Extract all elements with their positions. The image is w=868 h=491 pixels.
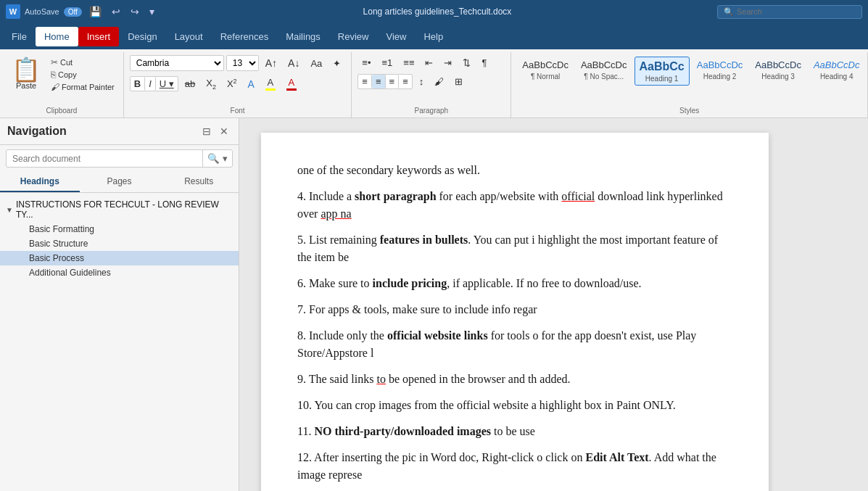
paragraph-content: ≡• ≡1 ≡≡ ⇤ ⇥ ⇅ ¶ ≡ ≡ ≡ ≡ ↕ 🖌 ⊞ — [357, 55, 491, 104]
nav-search-input[interactable] — [7, 151, 202, 167]
bold-button[interactable]: B — [131, 77, 145, 91]
doc-paragraph-8: 8. Include only the official website lin… — [297, 327, 732, 362]
align-left-button[interactable]: ≡ — [358, 75, 372, 88]
nav-tree-basic-structure[interactable]: Basic Structure — [0, 236, 239, 251]
align-center-button[interactable]: ≡ — [372, 75, 386, 88]
menu-help[interactable]: Help — [415, 27, 452, 46]
copy-icon: ⎘ — [51, 70, 56, 80]
show-formatting-button[interactable]: ¶ — [477, 55, 491, 70]
strikethrough-button[interactable]: ab — [181, 76, 199, 91]
multilevel-list-button[interactable]: ≡≡ — [399, 55, 418, 70]
doc-paragraph-6: 6. Make sure to include pricing, if appl… — [297, 275, 732, 292]
nav-close-button[interactable]: ✕ — [217, 124, 231, 139]
increase-indent-button[interactable]: ⇥ — [439, 55, 456, 70]
style-no-spacing-label: ¶ No Spac... — [584, 73, 624, 81]
nav-tree-additional-guidelines[interactable]: Additional Guidelines — [0, 265, 239, 280]
clipboard-label: Clipboard — [46, 104, 77, 115]
numbering-button[interactable]: ≡1 — [377, 55, 397, 70]
format-painter-icon: 🖌 — [51, 82, 59, 92]
menu-design[interactable]: Design — [119, 27, 165, 46]
justify-button[interactable]: ≡ — [399, 75, 412, 88]
style-normal-label: ¶ Normal — [531, 73, 560, 81]
line-spacing-button[interactable]: ↕ — [415, 74, 429, 89]
cut-button[interactable]: ✂ Cut — [48, 57, 117, 68]
menu-bar: File Home Insert Design Layout Reference… — [0, 23, 868, 49]
highlight-button[interactable]: A — [261, 75, 280, 93]
sort-button[interactable]: ⇅ — [458, 55, 475, 70]
bold-short-paragraph: short paragraph — [355, 190, 436, 202]
decrease-indent-button[interactable]: ⇤ — [421, 55, 437, 70]
bold-edit-alt-text: Edit Alt Text — [585, 451, 648, 463]
align-right-button[interactable]: ≡ — [386, 75, 400, 88]
search-box[interactable]: 🔍 — [717, 5, 862, 19]
font-color-button[interactable]: A — [282, 75, 301, 93]
search-input[interactable] — [737, 7, 846, 16]
search-icon: 🔍 — [724, 7, 734, 17]
menu-mailings[interactable]: Mailings — [277, 27, 329, 46]
para-row1: ≡• ≡1 ≡≡ ⇤ ⇥ ⇅ ¶ — [357, 55, 491, 70]
paragraph-group: ≡• ≡1 ≡≡ ⇤ ⇥ ⇅ ¶ ≡ ≡ ≡ ≡ ↕ 🖌 ⊞ Paragrap — [352, 52, 511, 117]
copy-button[interactable]: ⎘ Copy — [48, 69, 117, 81]
italic-button[interactable]: I — [145, 77, 156, 91]
style-heading1[interactable]: AaBbCc Heading 1 — [635, 57, 690, 86]
bullets-button[interactable]: ≡• — [357, 55, 375, 70]
nav-collapse-button[interactable]: ⊟ — [199, 124, 214, 139]
change-case-button[interactable]: Aa — [306, 56, 326, 71]
style-heading2[interactable]: AaBbCcDc Heading 2 — [692, 57, 748, 83]
style-heading4[interactable]: AaBbCcDc Heading 4 — [809, 57, 865, 83]
text-effects-button[interactable]: A — [244, 76, 259, 92]
redo-icon[interactable]: ↪ — [128, 4, 142, 19]
nav-tree: ▼ INSTRUCTIONS FOR TECHCULT - LONG REVIE… — [0, 193, 239, 491]
font-size-select[interactable]: 13 — [226, 55, 259, 71]
superscript-button[interactable]: X2 — [223, 75, 241, 91]
style-heading1-preview: AaBbCc — [640, 59, 685, 73]
doc-paragraph-11: 11. NO third-party/downloaded images to … — [297, 423, 732, 440]
autosave-toggle[interactable]: Off — [64, 7, 82, 17]
cut-icon: ✂ — [51, 57, 58, 67]
clear-formatting-button[interactable]: ✦ — [328, 56, 345, 71]
title-bar: W AutoSave Off 💾 ↩ ↪ ▾ Long articles gui… — [0, 0, 868, 23]
menu-insert[interactable]: Insert — [78, 27, 120, 46]
nav-controls: ⊟ ✕ — [199, 124, 231, 139]
nav-tab-headings[interactable]: Headings — [0, 172, 80, 192]
menu-review[interactable]: Review — [329, 27, 378, 46]
style-heading3-preview: AaBbCcDc — [755, 59, 801, 71]
menu-home[interactable]: Home — [36, 27, 78, 46]
format-painter-button[interactable]: 🖌 Format Painter — [48, 81, 117, 93]
style-heading3[interactable]: AaBbCcDc Heading 3 — [750, 57, 806, 83]
style-heading2-preview: AaBbCcDc — [697, 59, 743, 71]
menu-view[interactable]: View — [377, 27, 415, 46]
underline-button[interactable]: U ▾ — [156, 77, 178, 91]
nav-tab-results[interactable]: Results — [159, 172, 239, 192]
save-icon[interactable]: 💾 — [86, 4, 104, 19]
main-area: Navigation ⊟ ✕ 🔍 ▾ Headings Pages Result… — [0, 118, 868, 491]
menu-references[interactable]: References — [212, 27, 277, 46]
font-name-select[interactable]: Cambria — [130, 55, 224, 71]
shading-button[interactable]: 🖌 — [430, 74, 448, 89]
decrease-font-button[interactable]: A↓ — [284, 55, 304, 71]
nav-tree-root[interactable]: ▼ INSTRUCTIONS FOR TECHCULT - LONG REVIE… — [0, 197, 239, 222]
title-bar-icons: 💾 ↩ ↪ ▾ — [86, 4, 157, 19]
nav-tree-basic-process[interactable]: Basic Process — [0, 251, 239, 265]
style-heading4-label: Heading 4 — [820, 73, 853, 81]
increase-font-button[interactable]: A↑ — [261, 55, 281, 71]
document-area[interactable]: one of the secondary keywords as well. 4… — [239, 118, 868, 491]
paste-button[interactable]: 📋 Paste — [6, 55, 46, 93]
style-heading4-preview: AaBbCcDc — [814, 59, 860, 71]
menu-file[interactable]: File — [3, 27, 36, 46]
style-normal[interactable]: AaBbCcDc ¶ Normal — [517, 57, 574, 83]
customize-icon[interactable]: ▾ — [146, 4, 157, 19]
nav-tree-basic-formatting[interactable]: Basic Formatting — [0, 222, 239, 236]
borders-button[interactable]: ⊞ — [450, 74, 467, 89]
undo-icon[interactable]: ↩ — [109, 4, 123, 19]
doc-paragraph-4: 4. Include a short paragraph for each ap… — [297, 188, 732, 223]
word-logo: W — [6, 4, 20, 19]
subscript-button[interactable]: X2 — [202, 75, 220, 93]
menu-layout[interactable]: Layout — [166, 27, 212, 46]
nav-search-button[interactable]: 🔍 ▾ — [202, 150, 232, 167]
title-bar-left: W AutoSave Off 💾 ↩ ↪ ▾ — [6, 4, 157, 19]
font-format-group: B I U ▾ — [130, 76, 178, 91]
nav-search[interactable]: 🔍 ▾ — [6, 149, 233, 168]
nav-tab-pages[interactable]: Pages — [80, 172, 160, 192]
style-no-spacing[interactable]: AaBbCcDc ¶ No Spac... — [576, 57, 632, 83]
